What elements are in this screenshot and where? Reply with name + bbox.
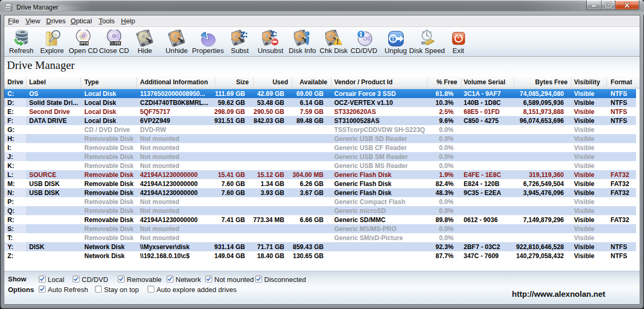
svg-text:Z:: Z:	[240, 30, 248, 39]
svg-text:CLOSE: CLOSE	[110, 42, 120, 46]
svg-text:Z:: Z:	[271, 30, 277, 38]
svg-text:OPEN: OPEN	[80, 42, 88, 46]
